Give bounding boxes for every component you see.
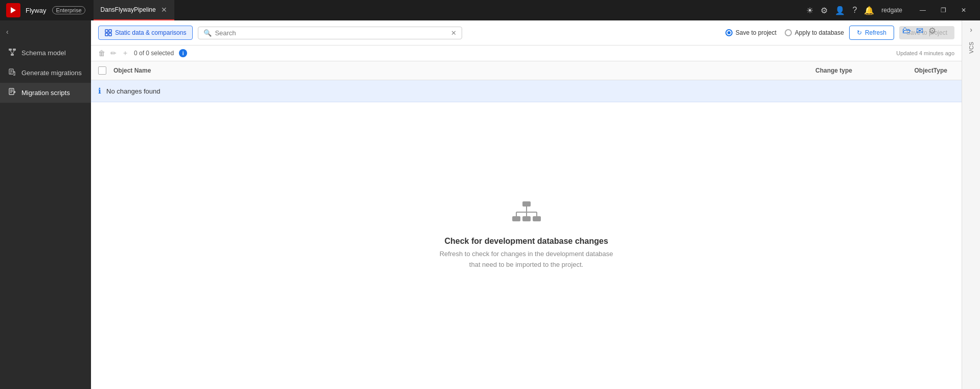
sidebar: ‹ Schema model Generate migrations Migra… xyxy=(0,20,91,389)
titlebar: Flyway Enterprise DansFlywayPipeline ✕ ☀… xyxy=(0,0,980,20)
refresh-label: Refresh xyxy=(865,29,886,36)
radio-save-to-project[interactable]: Save to project xyxy=(725,29,777,36)
svg-rect-1 xyxy=(9,49,12,51)
no-changes-info-icon: ℹ xyxy=(98,86,101,96)
radio-apply-label: Apply to database xyxy=(795,29,844,36)
static-data-label: Static data & comparisons xyxy=(115,29,186,36)
empty-subtitle-line2: that need to be imported to the project. xyxy=(469,261,583,268)
radio-dot-save xyxy=(725,29,733,36)
radio-save-label: Save to project xyxy=(736,29,777,36)
sidebar-item-generate-migrations[interactable]: Generate migrations xyxy=(0,63,91,83)
delete-icon[interactable]: 🗑 xyxy=(98,49,105,57)
toolbar-second: 🗑 ✏ ＋ 0 of 0 selected i Updated 4 minute… xyxy=(91,45,962,61)
sidebar-collapse-button[interactable]: ‹ xyxy=(0,25,91,39)
sun-icon[interactable]: ☀ xyxy=(806,6,813,15)
search-clear-icon[interactable]: ✕ xyxy=(451,29,457,37)
checkbox-box[interactable] xyxy=(98,66,106,75)
svg-rect-30 xyxy=(533,216,541,221)
folder-icon[interactable]: 🗁 xyxy=(902,26,911,36)
sidebar-item-migration-scripts[interactable]: Migration scripts xyxy=(0,83,91,103)
maximize-button[interactable]: ❐ xyxy=(933,3,953,17)
migration-scripts-icon xyxy=(8,88,16,98)
svg-rect-29 xyxy=(522,216,531,221)
bell-icon[interactable]: 🔔 xyxy=(864,6,874,15)
vcs-panel: › VCS xyxy=(962,20,980,389)
no-changes-text: No changes found xyxy=(106,87,161,95)
radio-apply-to-database[interactable]: Apply to database xyxy=(785,29,844,36)
user-icon[interactable]: 👤 xyxy=(835,6,845,15)
col-header-change-type: Change type xyxy=(770,67,873,74)
empty-state-subtitle: Refresh to check for changes in the deve… xyxy=(440,249,613,270)
col-header-object-type: ObjectType xyxy=(873,67,954,74)
search-input[interactable] xyxy=(215,29,451,37)
enterprise-badge: Enterprise xyxy=(52,6,85,14)
settings-icon[interactable]: ⚙ xyxy=(928,26,936,36)
sidebar-item-label-schema-model: Schema model xyxy=(21,49,66,57)
username-label: redgate xyxy=(881,7,902,14)
vcs-collapse-button[interactable]: › xyxy=(970,26,972,34)
vcs-label: VCS xyxy=(968,42,974,54)
toolbar-top: Static data & comparisons 🔍 ✕ Save to pr… xyxy=(91,20,962,45)
sidebar-item-schema-model[interactable]: Schema model xyxy=(0,43,91,63)
search-icon: 🔍 xyxy=(203,29,212,37)
table-header: Object Name Change type ObjectType xyxy=(91,61,962,80)
tab-close-icon[interactable]: ✕ xyxy=(161,6,167,14)
svg-rect-3 xyxy=(11,54,14,56)
edit-icon[interactable]: ✏ xyxy=(110,49,117,57)
search-box[interactable]: 🔍 ✕ xyxy=(198,27,462,39)
gear-icon[interactable]: ⚙ xyxy=(821,6,828,15)
info-badge[interactable]: i xyxy=(179,49,187,57)
schema-model-icon xyxy=(8,48,16,58)
svg-rect-2 xyxy=(13,49,16,51)
col-header-object-name: Object Name xyxy=(113,67,770,74)
svg-marker-0 xyxy=(11,7,16,13)
select-all-checkbox[interactable] xyxy=(98,66,113,75)
close-button[interactable]: ✕ xyxy=(953,3,974,17)
tab-dansflywaypipeline[interactable]: DansFlywayPipeline ✕ xyxy=(94,0,174,20)
svg-rect-18 xyxy=(105,30,108,32)
static-data-comparisons-button[interactable]: Static data & comparisons xyxy=(98,26,193,40)
window-controls: — ❐ ✕ xyxy=(913,3,974,17)
app-name: Flyway xyxy=(26,7,46,14)
svg-rect-22 xyxy=(522,201,531,207)
radio-dot-apply xyxy=(785,29,792,36)
collapse-icon: ‹ xyxy=(6,28,9,36)
refresh-icon: ↻ xyxy=(857,29,862,36)
sidebar-item-label-migration-scripts: Migration scripts xyxy=(21,89,70,97)
email-icon[interactable]: ✉ xyxy=(916,26,923,36)
main-layout: ‹ Schema model Generate migrations Migra… xyxy=(0,20,980,389)
titlebar-actions: ☀ ⚙ 👤 ? 🔔 redgate xyxy=(806,6,902,15)
add-icon[interactable]: ＋ xyxy=(122,49,129,58)
database-network-icon xyxy=(511,201,542,228)
svg-line-5 xyxy=(12,51,14,54)
radio-group: Save to project Apply to database xyxy=(725,29,844,36)
refresh-button[interactable]: ↻ Refresh xyxy=(849,26,894,40)
svg-rect-19 xyxy=(109,30,111,32)
generate-migrations-icon xyxy=(8,68,16,78)
minimize-button[interactable]: — xyxy=(913,3,933,17)
app-logo xyxy=(6,3,20,17)
empty-subtitle-line1: Refresh to check for changes in the deve… xyxy=(440,250,613,258)
logo-icon xyxy=(9,6,17,14)
updated-time-label: Updated 4 minutes ago xyxy=(896,50,954,56)
tab-label: DansFlywayPipeline xyxy=(101,6,156,13)
svg-line-4 xyxy=(10,51,12,54)
svg-rect-28 xyxy=(512,216,520,221)
help-icon[interactable]: ? xyxy=(852,6,857,15)
static-data-icon xyxy=(105,29,112,36)
empty-state: Check for development database changes R… xyxy=(91,102,962,389)
sidebar-item-label-generate-migrations: Generate migrations xyxy=(21,69,82,77)
content-area: 🗁 ✉ ⚙ Static data & comparisons 🔍 ✕ Save… xyxy=(91,20,962,389)
selected-count-label: 0 of 0 selected xyxy=(134,50,174,57)
empty-state-title: Check for development database changes xyxy=(444,237,608,246)
svg-rect-21 xyxy=(109,33,111,36)
svg-rect-20 xyxy=(105,33,108,36)
no-changes-row: ℹ No changes found xyxy=(91,80,962,102)
top-right-icons: 🗁 ✉ ⚙ xyxy=(902,26,936,36)
